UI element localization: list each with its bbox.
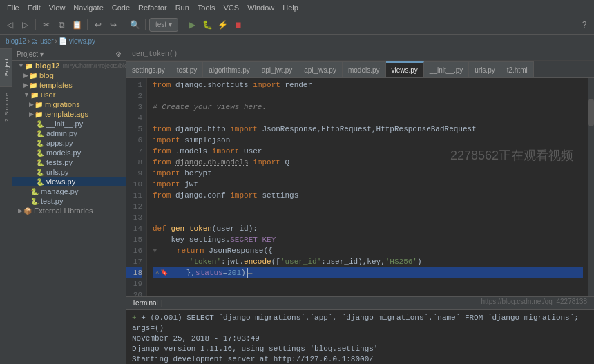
toolbar-copy-btn[interactable]: ⧉ <box>55 18 68 32</box>
tab-models-py[interactable]: models.py <box>343 61 386 77</box>
tab-settings-py[interactable]: settings.py <box>126 61 171 77</box>
sidebar-tab-bar: Project 2: Structure <box>0 48 12 364</box>
toolbar-search-btn[interactable]: 🔍 <box>128 18 142 32</box>
menu-code[interactable]: Code <box>108 3 134 12</box>
toolbar-paste-btn[interactable]: 📋 <box>70 18 84 32</box>
pyfile-icon-init: 🐍 <box>36 120 44 128</box>
tree-item-user[interactable]: ▼ 📁 user <box>12 90 126 99</box>
code-line-8: from django.db.models import Q <box>153 157 583 168</box>
run-config-select[interactable]: test ▾ <box>149 18 178 32</box>
kw-from-5: from <box>153 124 171 135</box>
menu-file[interactable]: File <box>3 3 23 12</box>
menu-help[interactable]: Help <box>278 3 303 12</box>
breadcrumb-sep-2: › <box>55 37 57 45</box>
tree-item-external-libs[interactable]: ▶ 📦 External Libraries <box>12 206 126 215</box>
menu-navigate[interactable]: Navigate <box>69 3 107 12</box>
tree-item-models-py[interactable]: 🐍 models.py <box>12 148 126 157</box>
tree-label-views: views.py <box>46 178 75 186</box>
run-coverage-btn[interactable]: ⚡ <box>216 18 230 32</box>
tab-label-test: test.py <box>177 66 197 74</box>
terminal-label[interactable]: Terminal <box>132 299 158 307</box>
folder-icon-blog12: 📁 <box>25 62 33 70</box>
breadcrumb-bar: blog12 › 🗂 user › 📄 views.py <box>0 35 594 48</box>
tree-item-init-py[interactable]: 🐍 __init__.py <box>12 119 126 128</box>
breadcrumb-sep-1: › <box>28 37 30 45</box>
tab-label-models: models.py <box>348 66 380 74</box>
ln-20: 20 <box>126 289 142 296</box>
toolbar-forward-btn[interactable]: ▷ <box>18 18 32 32</box>
tab-algorithms-py[interactable]: algorithms.py <box>203 61 256 77</box>
tree-item-apps-py[interactable]: 🐍 apps.py <box>12 138 126 148</box>
tree-item-urls-py[interactable]: 🐍 urls.py <box>12 167 126 177</box>
tree-item-blog[interactable]: ▶ 📁 blog <box>12 70 126 80</box>
toolbar-cut-btn[interactable]: ✂ <box>39 18 53 32</box>
tab-api-jws-py[interactable]: api_jws.py <box>298 61 343 77</box>
ln-7: 7 <box>126 146 142 157</box>
tree-item-views-py[interactable]: 🐍 views.py <box>12 177 126 186</box>
code-line-17: 'token' : jwt . encode ([ 'user_id' : us… <box>153 256 583 267</box>
mod-jwt: jwt <box>184 179 198 190</box>
pyfile-icon-urls: 🐍 <box>36 169 44 176</box>
menu-tools[interactable]: Tools <box>193 3 220 12</box>
tab-init-py[interactable]: __init__.py <box>424 61 469 77</box>
toolbar-back-btn[interactable]: ◁ <box>3 18 17 32</box>
menu-vcs[interactable]: VCS <box>220 3 244 12</box>
code-editor[interactable]: 2278562正在观看视频 1 2 3 4 5 6 7 8 9 10 11 12… <box>126 78 594 296</box>
sidebar-tab-project[interactable]: Project <box>0 48 12 86</box>
code-line-2 <box>153 90 583 102</box>
ln-4: 4 <box>126 113 142 124</box>
op-15b: . <box>226 234 231 245</box>
tab-test-py[interactable]: test.py <box>171 61 203 77</box>
tree-settings-icon[interactable]: ⚙ <box>115 50 122 58</box>
arrow-icon-user: ▼ <box>23 91 30 98</box>
ln-10: 10 <box>126 179 142 190</box>
tree-item-templates[interactable]: ▶ 📁 templates <box>12 80 126 90</box>
tree-item-templatetags[interactable]: ▶ 📁 templatetags <box>12 109 126 119</box>
tree-item-tests-py[interactable]: 🐍 tests.py <box>12 157 126 167</box>
fold-icon-16[interactable]: ▼ <box>153 245 157 256</box>
code-line-20 <box>153 289 583 296</box>
arrow-icon-blog: ▶ <box>23 72 28 79</box>
code-line-4 <box>153 113 583 124</box>
method-encode: encode <box>244 256 271 267</box>
menu-edit[interactable]: Edit <box>23 3 45 12</box>
tab-views-py[interactable]: views.py <box>386 61 424 77</box>
tab-api-jwt-py[interactable]: api_jwt.py <box>256 61 298 77</box>
folder-icon-templatetags: 📁 <box>35 111 43 118</box>
debug-btn[interactable]: 🐛 <box>201 18 215 32</box>
run-btn[interactable]: ▶ <box>186 18 200 32</box>
vertical-scrollbar[interactable] <box>588 78 594 296</box>
kw-from-7: from <box>153 146 171 157</box>
toolbar-redo-btn[interactable]: ↪ <box>106 18 120 32</box>
stop-btn[interactable]: ⏹ <box>231 18 245 32</box>
code-content[interactable]: from django.shortcuts import render # Cr… <box>147 78 588 296</box>
ln-13: 13 <box>126 212 142 223</box>
sp-1 <box>171 79 175 90</box>
code-line-12 <box>153 201 583 212</box>
tree-item-admin-py[interactable]: 🐍 admin.py <box>12 128 126 138</box>
mod-8: django.db.models <box>175 157 249 168</box>
tree-item-blog12[interactable]: ▼ 📁 blog12 InPyCharm/Projects/blog12 <box>12 61 126 70</box>
toolbar-sep-5 <box>182 19 182 30</box>
tree-item-manage-py[interactable]: 🐍 manage.py <box>12 186 126 196</box>
ln-14: 14 <box>126 223 142 234</box>
help-btn[interactable]: ? <box>577 18 591 32</box>
code-line-16: ▼ return JsonResponse ({ <box>153 245 583 256</box>
tree-path-blog12: InPyCharm/Projects/blog12 <box>62 62 126 69</box>
menu-refactor[interactable]: Refactor <box>134 3 171 12</box>
code-line-3: # Create your views here. <box>153 102 583 113</box>
menu-run[interactable]: Run <box>171 3 193 12</box>
tab-t2-html[interactable]: t2.html <box>501 61 534 77</box>
op-17g: ) <box>417 256 422 267</box>
tree-item-migrations[interactable]: ▶ 📁 migrations <box>12 99 126 109</box>
menu-window[interactable]: Window <box>243 3 278 12</box>
toolbar-undo-btn[interactable]: ↩ <box>91 18 105 32</box>
menu-view[interactable]: View <box>45 3 70 12</box>
scrollbar-thumb[interactable] <box>588 99 594 126</box>
tab-urls-py[interactable]: urls.py <box>469 61 501 77</box>
pyfile-icon-views: 🐍 <box>36 178 44 186</box>
sidebar-tab-structure[interactable]: 2: Structure <box>0 86 12 128</box>
tree-item-test-py[interactable]: 🐍 test.py <box>12 196 126 206</box>
attr-status: status <box>195 267 223 278</box>
str-user-id: 'user_id' <box>280 256 321 267</box>
